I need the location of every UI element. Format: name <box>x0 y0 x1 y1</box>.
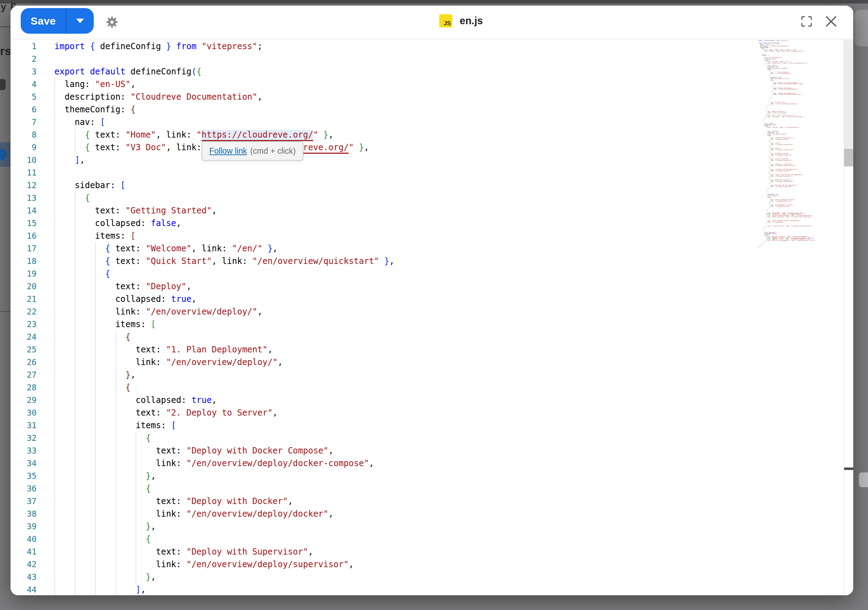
scrollbar-thumb[interactable] <box>844 149 853 166</box>
settings-button[interactable] <box>106 16 118 28</box>
background-divider <box>0 311 11 312</box>
save-split-button: Save <box>21 8 94 34</box>
save-button-label: Save <box>31 15 56 27</box>
minimap[interactable]: import { defineConfig } from "vitepress"… <box>758 40 843 258</box>
dialog-toolbar: Save JS en.js <box>11 6 853 39</box>
file-name: en.js <box>460 15 483 27</box>
javascript-file-icon-label: JS <box>443 20 451 27</box>
background-file-icon <box>0 79 6 90</box>
gear-icon <box>106 16 118 28</box>
line-numbers: 1 2 3 4 5 6 7 8 9 10 11 12 13 14 15 16 1… <box>11 40 37 595</box>
background-right-bar <box>859 472 868 487</box>
follow-link-hint: (cmd + click) <box>250 146 296 156</box>
code-content[interactable]: import { defineConfig } from "vitepress"… <box>54 40 394 595</box>
background-divider <box>0 26 11 27</box>
save-dropdown-button[interactable] <box>67 8 94 34</box>
save-button[interactable]: Save <box>21 8 66 34</box>
close-button[interactable] <box>825 15 837 28</box>
overview-ruler[interactable] <box>843 39 853 595</box>
page: { "backdrop": { "top_left_text": "y F", … <box>0 0 868 610</box>
cursor-position-marker <box>844 468 853 470</box>
javascript-file-icon: JS <box>439 14 452 27</box>
background-right-panel <box>855 10 868 46</box>
background-page-header <box>0 0 868 3</box>
code-editor-dialog: Save JS en.js <box>11 6 853 595</box>
fullscreen-icon <box>800 15 813 28</box>
code-editor[interactable]: 1 2 3 4 5 6 7 8 9 10 11 12 13 14 15 16 1… <box>11 39 853 595</box>
link-hover-tooltip: Follow link (cmd + click) <box>202 141 303 161</box>
fullscreen-button[interactable] <box>800 15 813 28</box>
background-text-fragment: rs <box>0 44 11 58</box>
minimap-content: import { defineConfig } from "vitepress"… <box>758 40 843 248</box>
file-title-group: JS en.js <box>439 14 483 28</box>
scrollbar-track-highlight <box>844 40 853 149</box>
follow-link-action[interactable]: Follow link <box>209 146 247 156</box>
close-icon <box>825 15 837 28</box>
chevron-down-icon <box>76 19 84 23</box>
